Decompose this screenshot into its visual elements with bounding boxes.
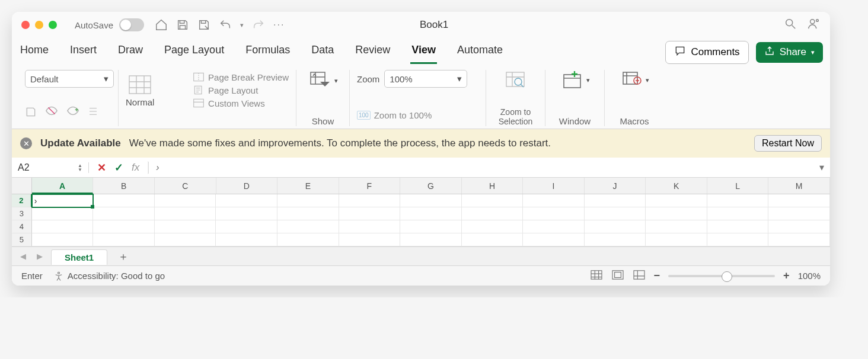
macros-dropdown[interactable]: ▾ <box>612 70 657 90</box>
restart-now-button[interactable]: Restart Now <box>754 135 822 152</box>
cell[interactable] <box>707 233 769 246</box>
zoom-dropdown[interactable]: 100% ▾ <box>384 70 467 88</box>
cell[interactable] <box>339 207 401 220</box>
undo-icon[interactable] <box>219 18 232 31</box>
cell[interactable] <box>585 233 646 246</box>
cell[interactable] <box>768 233 830 246</box>
col-header-f[interactable]: F <box>339 178 401 194</box>
formula-expand-icon[interactable]: ▾ <box>813 162 830 173</box>
fx-icon[interactable]: fx <box>132 162 139 174</box>
window-dropdown[interactable]: ▾ <box>553 70 597 90</box>
row-header-2[interactable]: 2 <box>12 194 32 207</box>
name-box[interactable]: A2 ▲▼ <box>12 162 89 173</box>
cell[interactable] <box>400 220 462 233</box>
col-header-l[interactable]: L <box>707 178 769 194</box>
cell[interactable] <box>768 207 830 220</box>
sheet-nav-prev[interactable]: ◀ <box>18 252 28 261</box>
cell[interactable] <box>32 207 94 220</box>
add-sheet-button[interactable]: ＋ <box>113 249 133 264</box>
undo-dropdown-icon[interactable]: ▾ <box>240 21 244 29</box>
redo-icon[interactable] <box>252 18 265 31</box>
cell[interactable] <box>400 207 462 220</box>
cell[interactable] <box>339 194 401 207</box>
cell[interactable] <box>155 194 216 207</box>
cell[interactable] <box>585 207 646 220</box>
cell[interactable] <box>768 194 830 207</box>
cell[interactable] <box>646 207 707 220</box>
comments-button[interactable]: Comments <box>665 41 748 64</box>
col-header-g[interactable]: G <box>400 178 462 194</box>
tab-formulas[interactable]: Formulas <box>244 40 291 64</box>
zoom-slider[interactable] <box>668 275 775 277</box>
cancel-icon[interactable]: ✕ <box>97 161 106 174</box>
zoom-out-button[interactable]: − <box>654 270 660 282</box>
page-break-preview-button[interactable]: Page Break Preview <box>193 71 289 83</box>
new-view-icon[interactable] <box>66 106 79 120</box>
cell[interactable] <box>523 194 585 207</box>
cell[interactable] <box>277 194 339 207</box>
exit-view-icon[interactable] <box>45 106 58 120</box>
normal-view-button[interactable]: Normal <box>126 70 154 107</box>
tab-draw[interactable]: Draw <box>117 40 144 64</box>
row-header-4[interactable]: 4 <box>12 220 32 233</box>
custom-views-button[interactable]: Custom Views <box>193 97 289 109</box>
col-header-h[interactable]: H <box>462 178 524 194</box>
tab-view[interactable]: View <box>410 40 437 64</box>
spreadsheet-grid[interactable]: A B C D E F G H I J K L M 2 › 3 4 <box>12 178 830 246</box>
cell[interactable] <box>32 220 94 233</box>
sheet-nav-next[interactable]: ▶ <box>34 252 45 261</box>
cell[interactable] <box>32 233 94 246</box>
col-header-e[interactable]: E <box>277 178 339 194</box>
cell[interactable] <box>707 207 769 220</box>
sheet-view-dropdown[interactable]: Default ▾ <box>25 70 114 88</box>
cell[interactable] <box>339 233 401 246</box>
cell[interactable] <box>585 220 646 233</box>
col-header-b[interactable]: B <box>93 178 155 194</box>
row-header-5[interactable]: 5 <box>12 233 32 246</box>
col-header-j[interactable]: J <box>585 178 646 194</box>
cell[interactable] <box>93 220 155 233</box>
cell[interactable] <box>646 220 707 233</box>
cell[interactable] <box>646 194 707 207</box>
cell[interactable] <box>216 207 277 220</box>
zoom-in-button[interactable]: + <box>783 270 790 282</box>
zoom-percent[interactable]: 100% <box>798 271 821 281</box>
options-view-icon[interactable] <box>88 106 98 120</box>
cell[interactable] <box>585 194 646 207</box>
tab-review[interactable]: Review <box>354 40 391 64</box>
cell[interactable] <box>707 194 769 207</box>
cell[interactable] <box>216 220 277 233</box>
zoom-100-button[interactable]: 100 Zoom to 100% <box>357 110 478 126</box>
select-all-corner[interactable] <box>12 178 32 194</box>
col-header-i[interactable]: I <box>523 178 585 194</box>
cell[interactable] <box>216 194 277 207</box>
show-dropdown[interactable]: ▾ <box>304 70 342 91</box>
cell[interactable] <box>93 194 155 207</box>
cell[interactable] <box>707 220 769 233</box>
name-box-stepper[interactable]: ▲▼ <box>78 164 82 172</box>
save-icon[interactable] <box>176 18 189 31</box>
enter-icon[interactable]: ✓ <box>114 161 123 174</box>
cell[interactable] <box>155 233 216 246</box>
col-header-d[interactable]: D <box>216 178 278 194</box>
col-header-k[interactable]: K <box>646 178 707 194</box>
accessibility-status[interactable]: Accessibility: Good to go <box>53 271 165 281</box>
cell[interactable] <box>646 233 707 246</box>
col-header-m[interactable]: M <box>768 178 830 194</box>
cell[interactable] <box>277 207 339 220</box>
page-break-view-icon[interactable] <box>633 270 646 282</box>
cell[interactable] <box>93 233 155 246</box>
normal-view-icon[interactable] <box>590 270 603 282</box>
cell[interactable] <box>462 194 524 207</box>
cell[interactable] <box>155 207 216 220</box>
keep-view-icon[interactable] <box>25 106 37 120</box>
search-icon[interactable] <box>784 17 797 33</box>
share-button[interactable]: Share ▾ <box>756 42 823 63</box>
save-as-icon[interactable] <box>197 18 210 31</box>
close-window-button[interactable] <box>21 21 30 29</box>
cell[interactable] <box>216 233 277 246</box>
more-icon[interactable]: ··· <box>273 20 285 30</box>
minimize-window-button[interactable] <box>35 21 43 29</box>
tab-data[interactable]: Data <box>310 40 335 64</box>
cell-a2[interactable]: › <box>32 194 94 207</box>
